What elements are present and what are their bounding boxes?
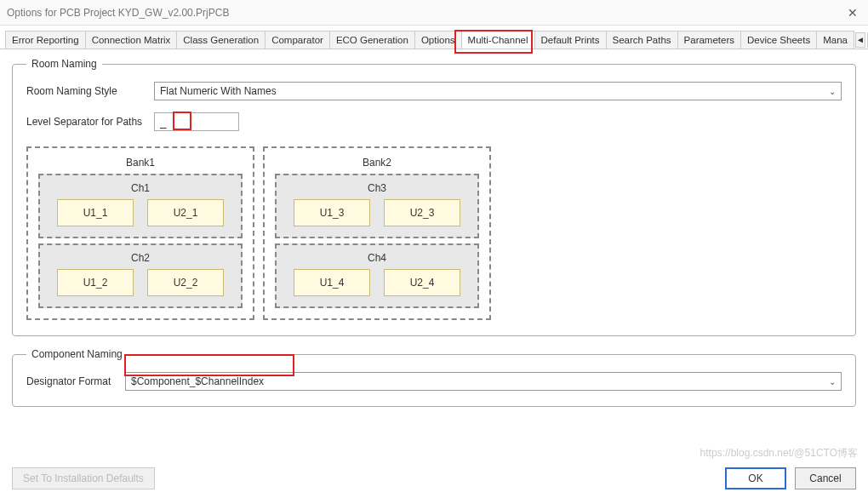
ch1-title: Ch1 — [49, 182, 232, 194]
tab-connection-matrix[interactable]: Connection Matrix — [85, 31, 178, 49]
room-naming-style-label: Room Naming Style — [26, 85, 154, 97]
designator-u1-1: U1_1 — [57, 199, 134, 226]
tab-device-sheets[interactable]: Device Sheets — [740, 31, 817, 49]
tab-default-prints[interactable]: Default Prints — [534, 31, 607, 49]
channel-ch2: Ch2 U1_2 U2_2 — [38, 243, 243, 308]
tab-options[interactable]: Options — [414, 31, 462, 49]
dialog-buttons: Set To Installation Defaults OK Cancel — [12, 467, 856, 489]
room-naming-style-combo[interactable]: Flat Numeric With Names ⌄ — [154, 82, 842, 100]
tab-comparator[interactable]: Comparator — [265, 31, 330, 49]
bank-1-title: Bank1 — [38, 157, 243, 169]
channel-ch4: Ch4 U1_4 U2_4 — [275, 243, 479, 308]
component-naming-group: Component Naming Designator Format $Comp… — [12, 348, 856, 407]
bank-1: Bank1 Ch1 U1_1 U2_1 Ch2 U1_2 U2_2 — [26, 146, 254, 320]
level-separator-label: Level Separator for Paths — [26, 116, 154, 128]
room-naming-style-value: Flat Numeric With Names — [160, 85, 277, 97]
bank-2-title: Bank2 — [275, 157, 479, 169]
watermark: https://blog.csdn.net/@51CTO博客 — [700, 446, 858, 461]
title-bar: Options for PCB Project KYD_GW_v2.00.Prj… — [0, 0, 868, 26]
window-title: Options for PCB Project KYD_GW_v2.00.Prj… — [7, 7, 229, 19]
tab-eco-generation[interactable]: ECO Generation — [329, 31, 415, 49]
channel-ch1: Ch1 U1_1 U2_1 — [38, 174, 243, 238]
tab-managed[interactable]: Mana — [816, 31, 854, 49]
set-defaults-button[interactable]: Set To Installation Defaults — [12, 467, 155, 489]
cancel-button[interactable]: Cancel — [795, 467, 856, 489]
designator-format-combo[interactable]: $Component_$ChannelIndex ⌄ — [125, 372, 842, 391]
close-icon[interactable]: ✕ — [844, 6, 861, 20]
ch3-title: Ch3 — [285, 182, 469, 194]
designator-u1-2: U1_2 — [57, 269, 134, 296]
tab-error-reporting[interactable]: Error Reporting — [5, 31, 86, 49]
banks-preview: Bank1 Ch1 U1_1 U2_1 Ch2 U1_2 U2_2 — [26, 146, 842, 320]
designator-u1-3: U1_3 — [294, 199, 370, 226]
ch2-title: Ch2 — [49, 252, 232, 264]
designator-u1-4: U1_4 — [294, 269, 370, 296]
designator-u2-4: U2_4 — [384, 269, 460, 296]
room-naming-group: Room Naming Room Naming Style Flat Numer… — [12, 58, 856, 336]
designator-format-value: $Component_$ChannelIndex — [131, 375, 264, 387]
component-naming-legend: Component Naming — [26, 348, 128, 360]
bank-2: Bank2 Ch3 U1_3 U2_3 Ch4 U1_4 U2_4 — [263, 146, 491, 320]
ok-button[interactable]: OK — [725, 467, 786, 489]
chevron-down-icon: ⌄ — [829, 377, 836, 386]
chevron-down-icon: ⌄ — [829, 87, 836, 96]
channel-ch3: Ch3 U1_3 U2_3 — [275, 174, 479, 238]
tab-class-generation[interactable]: Class Generation — [176, 31, 266, 49]
ch4-title: Ch4 — [285, 252, 469, 264]
designator-u2-1: U2_1 — [147, 199, 224, 226]
tab-parameters[interactable]: Parameters — [677, 31, 741, 49]
level-separator-input[interactable] — [154, 112, 239, 131]
designator-u2-2: U2_2 — [147, 269, 224, 296]
tab-bar: Error Reporting Connection Matrix Class … — [0, 29, 868, 49]
designator-u2-3: U2_3 — [384, 199, 460, 226]
room-naming-legend: Room Naming — [26, 58, 102, 70]
tab-multi-channel[interactable]: Multi-Channel — [461, 31, 535, 49]
designator-format-label: Designator Format — [26, 375, 125, 387]
tab-scroll-left-icon[interactable]: ◄ — [855, 32, 865, 48]
tab-search-paths[interactable]: Search Paths — [606, 31, 678, 49]
